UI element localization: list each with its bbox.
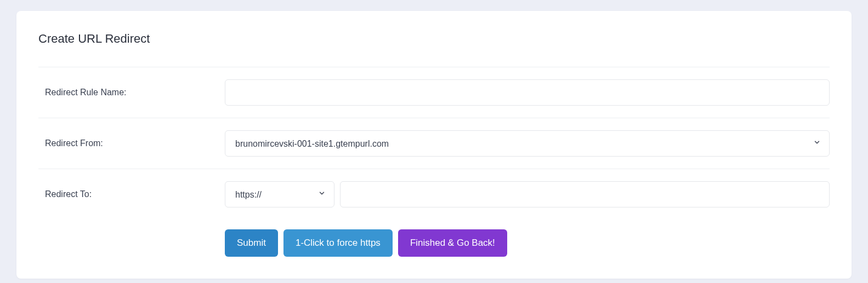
- label-redirect-from: Redirect From:: [38, 138, 225, 148]
- redirect-to-input[interactable]: [340, 181, 830, 207]
- control-rule-name: [225, 79, 830, 106]
- create-redirect-card: Create URL Redirect Redirect Rule Name: …: [16, 11, 852, 279]
- label-rule-name: Redirect Rule Name:: [38, 88, 225, 97]
- finished-button[interactable]: Finished & Go Back!: [398, 229, 507, 257]
- protocol-select[interactable]: https://: [225, 181, 334, 207]
- force-https-button[interactable]: 1-Click to force https: [283, 229, 393, 257]
- redirect-from-select-wrap: brunomircevski-001-site1.gtempurl.com: [225, 130, 830, 157]
- submit-button[interactable]: Submit: [225, 229, 278, 257]
- label-redirect-to: Redirect To:: [38, 189, 225, 199]
- redirect-from-select[interactable]: brunomircevski-001-site1.gtempurl.com: [225, 130, 830, 157]
- page-title: Create URL Redirect: [38, 32, 830, 46]
- control-redirect-from: brunomircevski-001-site1.gtempurl.com: [225, 130, 830, 157]
- control-redirect-to: https://: [225, 181, 830, 207]
- rule-name-input[interactable]: [225, 79, 830, 106]
- row-redirect-to: Redirect To: https://: [38, 169, 830, 220]
- protocol-select-wrap: https://: [225, 181, 334, 207]
- button-row: Submit 1-Click to force https Finished &…: [38, 229, 830, 257]
- row-rule-name: Redirect Rule Name:: [38, 67, 830, 118]
- row-redirect-from: Redirect From: brunomircevski-001-site1.…: [38, 118, 830, 169]
